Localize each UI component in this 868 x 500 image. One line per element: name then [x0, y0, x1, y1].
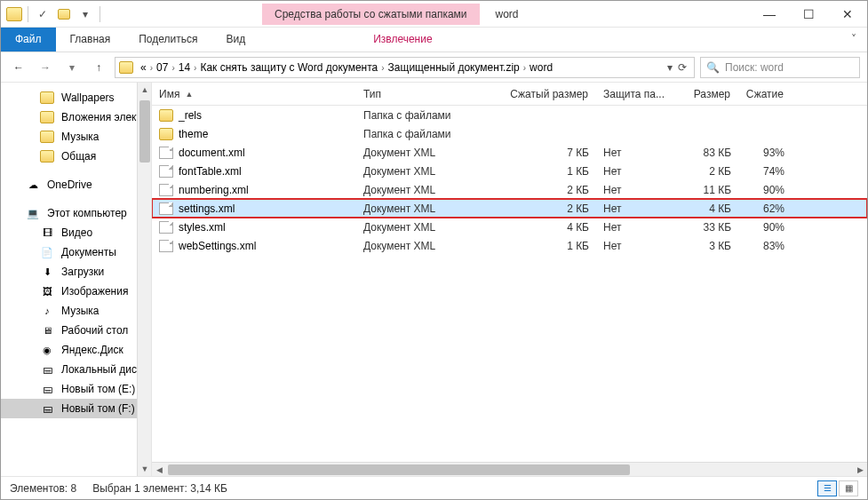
maximize-button[interactable]: ☐ [789, 1, 828, 28]
file-ratio: 90% [738, 221, 792, 234]
status-bar: Элементов: 8 Выбран 1 элемент: 3,14 КБ ☰… [1, 476, 867, 499]
qat-properties-button[interactable]: ✓ [34, 5, 52, 23]
file-ratio: 62% [738, 202, 792, 215]
tab-home[interactable]: Главная [56, 28, 125, 52]
sidebar-scrollbar[interactable]: ▲ ▼ [137, 83, 151, 476]
sidebar-item[interactable]: Общая [1, 147, 151, 166]
sort-asc-icon: ▲ [185, 90, 193, 99]
sidebar-item[interactable]: Вложения электр [1, 107, 151, 127]
title-bar: ✓ ▾ Средства работы со сжатыми папками w… [1, 1, 867, 28]
sidebar-item-label: Музыка [61, 305, 99, 317]
sidebar-item[interactable]: ☁OneDrive [1, 175, 151, 194]
search-box[interactable]: 🔍 Поиск: word [700, 57, 860, 78]
breadcrumb-segment[interactable]: 14 [175, 61, 194, 74]
table-row[interactable]: fontTable.xmlДокумент XML1 КБНет2 КБ74% [152, 162, 867, 180]
sidebar-item[interactable]: 🖥Рабочий стол [1, 321, 151, 340]
close-button[interactable]: ✕ [828, 1, 867, 28]
col-ratio[interactable]: Сжатие [738, 88, 792, 100]
breadcrumb-segment[interactable]: 07 [153, 61, 171, 74]
tab-extract[interactable]: Извлечение [359, 28, 446, 52]
scroll-thumb[interactable] [168, 464, 630, 475]
sidebar-item[interactable]: 💻Этот компьютер [1, 203, 151, 223]
table-row[interactable]: document.xmlДокумент XML7 КБНет83 КБ93% [152, 143, 867, 162]
file-type: Папка с файлами [356, 109, 490, 122]
sidebar-item-label: Локальный диск [61, 363, 141, 376]
qat-new-folder-button[interactable] [55, 5, 73, 23]
chevron-down-icon[interactable]: ▾ [667, 61, 673, 74]
table-row[interactable]: settings.xmlДокумент XML2 КБНет4 КБ62% [152, 199, 867, 218]
folder-icon [40, 91, 54, 104]
scroll-left-icon[interactable]: ◀ [152, 463, 166, 477]
scroll-down-icon[interactable]: ▼ [138, 462, 152, 476]
breadcrumb-segment[interactable]: Как снять защиту с Word документа [196, 61, 381, 74]
refresh-icon[interactable]: ⟳ [678, 61, 687, 74]
sidebar-item[interactable]: ♪Музыка [1, 301, 151, 321]
app-icon [6, 7, 22, 21]
col-type[interactable]: Тип [356, 88, 490, 100]
col-size[interactable]: Размер [676, 88, 738, 100]
sidebar-item[interactable]: ◉Яндекс.Диск [1, 340, 151, 360]
col-name[interactable]: Имя▲ [152, 88, 356, 100]
file-icon [159, 221, 173, 234]
tab-share[interactable]: Поделиться [124, 28, 211, 52]
sidebar-item[interactable]: 🖴Локальный диск [1, 360, 151, 379]
sidebar-item-label: Видео [61, 226, 92, 239]
column-headers: Имя▲ Тип Сжатый размер Защита па... Разм… [152, 83, 867, 106]
file-protection: Нет [596, 165, 676, 178]
window-controls: — ☐ ✕ [750, 1, 867, 28]
scroll-right-icon[interactable]: ▶ [853, 463, 867, 477]
forward-icon: → [40, 61, 51, 74]
sidebar-item[interactable]: 🖼Изображения [1, 282, 151, 301]
view-icons-button[interactable]: ▦ [839, 480, 858, 496]
sidebar-item[interactable]: Музыка [1, 127, 151, 147]
sidebar-item[interactable]: 🖴Новый том (E:) [1, 379, 151, 399]
content-area: WallpapersВложения электрМузыкаОбщая☁One… [1, 83, 867, 476]
breadcrumb-segment[interactable]: word [526, 61, 556, 74]
view-details-button[interactable]: ☰ [817, 480, 837, 496]
sidebar-item-label: Загрузки [61, 266, 104, 278]
breadcrumb-segment[interactable]: « [137, 61, 150, 74]
sidebar-item[interactable]: ⬇Загрузки [1, 262, 151, 282]
col-compressed-size[interactable]: Сжатый размер [490, 88, 596, 100]
sidebar-item-label: Музыка [61, 131, 99, 143]
contextual-tab-label: Средства работы со сжатыми папками [262, 4, 480, 25]
qat-dropdown-button[interactable]: ▾ [76, 5, 94, 23]
file-icon [159, 165, 173, 178]
scroll-thumb[interactable] [139, 100, 150, 163]
folder-icon [40, 111, 54, 123]
address-bar[interactable]: «›07›14›Как снять защиту с Word документ… [115, 57, 695, 78]
sidebar-item[interactable]: 📄Документы [1, 242, 151, 262]
ribbon-collapse-button[interactable]: ˅ [840, 28, 867, 52]
sidebar-item[interactable]: 🖴Новый том (F:) [1, 399, 151, 418]
table-row[interactable]: _relsПапка с файлами [152, 106, 867, 124]
file-ratio: 83% [738, 240, 792, 252]
col-protection[interactable]: Защита па... [596, 88, 676, 100]
table-row[interactable]: numbering.xmlДокумент XML2 КБНет11 КБ90% [152, 180, 867, 199]
table-row[interactable]: webSettings.xmlДокумент XML1 КБНет3 КБ83… [152, 236, 867, 255]
file-icon [159, 147, 173, 159]
window-title: word [496, 8, 519, 20]
nav-forward-button[interactable]: → [35, 57, 56, 78]
file-name: theme [179, 128, 208, 140]
file-type: Документ XML [356, 165, 490, 178]
file-name: styles.xml [179, 221, 226, 234]
file-icon [159, 240, 173, 252]
sidebar-item[interactable]: 🎞Видео [1, 223, 151, 242]
horizontal-scrollbar[interactable]: ◀ ▶ [152, 462, 867, 476]
scroll-up-icon[interactable]: ▲ [138, 83, 152, 97]
file-size: 11 КБ [676, 184, 738, 196]
tab-view[interactable]: Вид [211, 28, 259, 52]
disk-icon: 🖴 [40, 402, 54, 415]
tab-file[interactable]: Файл [1, 28, 56, 52]
nav-back-button[interactable]: ← [8, 57, 29, 78]
sidebar-item-label: Новый том (E:) [61, 383, 135, 395]
breadcrumb-segment[interactable]: Защищенный документ.zip [385, 61, 523, 74]
sidebar-item-label: Общая [61, 150, 96, 163]
minimize-button[interactable]: — [750, 1, 789, 28]
sidebar-item-label: Изображения [61, 285, 128, 298]
nav-recent-button[interactable]: ▾ [61, 57, 83, 78]
table-row[interactable]: styles.xmlДокумент XML4 КБНет33 КБ90% [152, 218, 867, 236]
sidebar-item[interactable]: Wallpapers [1, 88, 151, 107]
nav-up-button[interactable]: ↑ [88, 57, 109, 78]
table-row[interactable]: themeПапка с файлами [152, 124, 867, 143]
